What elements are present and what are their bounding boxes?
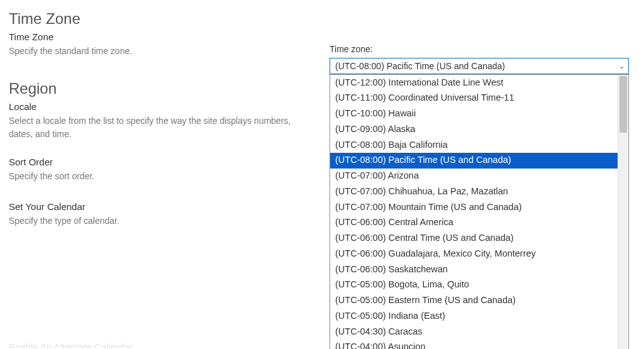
timezone-select-label: Time zone: [330,44,638,54]
timezone-option[interactable]: (UTC-06:00) Guadalajara, Mexico City, Mo… [330,246,618,262]
timezone-option[interactable]: (UTC-05:00) Bogota, Lima, Quito [330,277,618,293]
timezone-option[interactable]: (UTC-12:00) International Date Line West [330,75,618,91]
field-desc-timezone: Specify the standard time zone. [9,45,304,57]
field-label-locale: Locale [9,101,304,112]
timezone-dropdown[interactable]: (UTC-12:00) International Date Line West… [330,74,629,349]
timezone-option[interactable]: (UTC-10:00) Hawaii [330,106,618,122]
timezone-option[interactable]: (UTC-08:00) Baja California [330,137,618,153]
timezone-option[interactable]: (UTC-06:00) Central Time (US and Canada) [330,231,618,247]
timezone-select[interactable]: (UTC-08:00) Pacific Time (US and Canada)… [330,58,629,74]
timezone-option[interactable]: (UTC-07:00) Mountain Time (US and Canada… [330,199,618,215]
timezone-option[interactable]: (UTC-06:00) Saskatchewan [330,262,618,277]
field-label-alt-calendar-truncated: Enable An Alternate Calendar [9,341,133,348]
chevron-down-icon: ⌄ [619,62,625,70]
timezone-option[interactable]: (UTC-08:00) Pacific Time (US and Canada) [330,153,618,169]
timezone-option[interactable]: (UTC-04:30) Caracas [330,324,618,340]
dropdown-scrollbar[interactable] [618,75,628,349]
field-desc-sort: Specify the sort order. [9,170,304,182]
timezone-option[interactable]: (UTC-05:00) Indiana (East) [330,308,618,324]
timezone-option[interactable]: (UTC-07:00) Chihuahua, La Paz, Mazatlan [330,184,618,199]
timezone-option[interactable]: (UTC-04:00) Asuncion [330,340,618,349]
timezone-option[interactable]: (UTC-11:00) Coordinated Universal Time-1… [330,91,618,106]
field-label-sort: Sort Order [9,157,304,167]
timezone-option[interactable]: (UTC-07:00) Arizona [330,169,618,184]
scroll-thumb[interactable] [619,76,627,133]
field-desc-locale: Select a locale from the list to specify… [9,114,304,140]
timezone-option[interactable]: (UTC-06:00) Central America [330,215,618,231]
section-title-region: Region [9,80,304,97]
section-title-timezone: Time Zone [9,10,304,28]
field-label-calendar: Set Your Calendar [9,201,304,212]
timezone-select-value: (UTC-08:00) Pacific Time (US and Canada) [335,61,505,71]
field-label-timezone: Time Zone [9,31,304,42]
timezone-option[interactable]: (UTC-05:00) Eastern Time (US and Canada) [330,293,618,309]
timezone-option[interactable]: (UTC-09:00) Alaska [330,121,618,137]
field-desc-calendar: Specify the type of calendar. [9,214,304,227]
